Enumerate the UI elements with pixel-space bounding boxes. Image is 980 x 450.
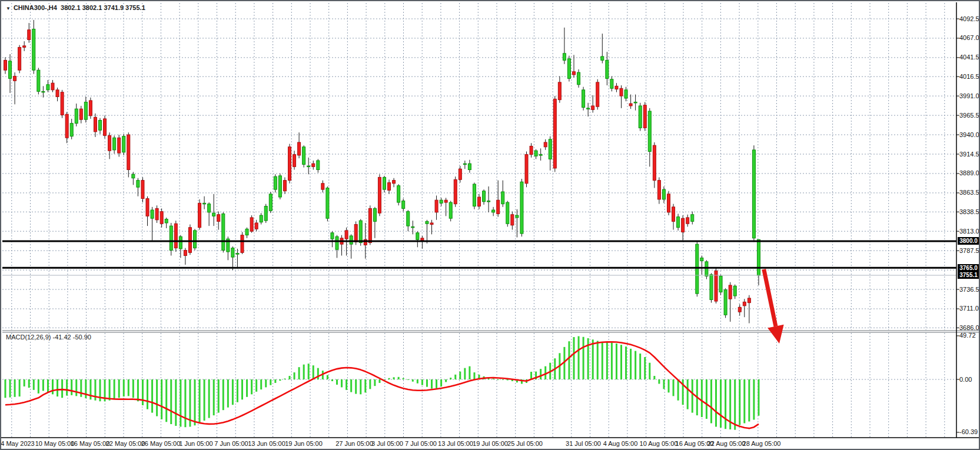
- chart-canvas[interactable]: [1, 1, 980, 450]
- trading-chart-window: ▼CHINA300-,H4 3802.1 3802.1 3741.9 3755.…: [0, 0, 980, 450]
- candles: [4, 20, 760, 324]
- axes: [1, 2, 980, 438]
- gridlines: [2, 3, 956, 437]
